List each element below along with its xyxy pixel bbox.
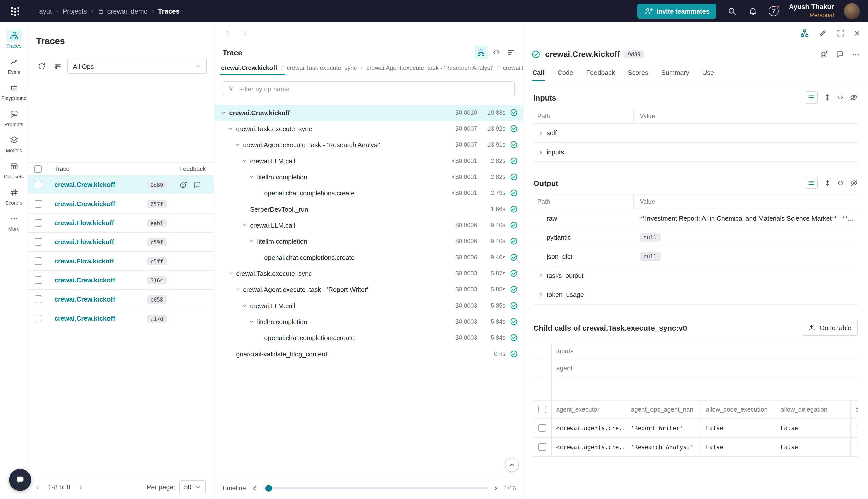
- previous-trace-icon[interactable]: ↑: [222, 29, 233, 38]
- breadcrumb-project[interactable]: crewai_demo: [97, 7, 148, 15]
- call-tree-row[interactable]: guardrail-validate_blog_content 0ms: [214, 346, 523, 362]
- sidebar-item-prompts[interactable]: Prompts: [0, 105, 28, 131]
- trace-link[interactable]: crewai.Crew.kickoff: [54, 181, 143, 188]
- breadcrumb-entity[interactable]: ayut: [39, 7, 52, 15]
- sidebar-item-playground[interactable]: Playground: [0, 78, 28, 105]
- timeline-prev-icon[interactable]: [251, 485, 258, 492]
- trace-row[interactable]: crewai.Crew.kickoff 316c: [28, 271, 214, 290]
- user-block[interactable]: Ayush Thakur Personal: [789, 3, 834, 19]
- trace-row[interactable]: crewai.Crew.kickoff e058: [28, 290, 214, 309]
- call-detail-tab[interactable]: Code: [558, 64, 573, 81]
- feedback-reaction-icon[interactable]: [179, 181, 187, 189]
- add-note-icon[interactable]: [836, 50, 844, 58]
- trace-link[interactable]: crewai.Crew.kickoff: [54, 276, 143, 284]
- row-checkbox[interactable]: [34, 315, 42, 322]
- feedback-comment-icon[interactable]: [194, 181, 201, 189]
- child-call-row[interactable]: <crewai.agents.cre... 'Research Analyst'…: [533, 438, 858, 457]
- row-checkbox[interactable]: [34, 219, 42, 227]
- row-checkbox[interactable]: [34, 181, 42, 188]
- feedback-column-header[interactable]: Feedback: [174, 163, 214, 175]
- invite-teammates-button[interactable]: Invite teammates: [637, 3, 717, 19]
- output-row[interactable]: token_usage: [533, 285, 858, 305]
- row-checkbox[interactable]: [538, 424, 546, 432]
- trace-link[interactable]: crewai.Crew.kickoff: [54, 295, 143, 303]
- row-checkbox[interactable]: [34, 257, 42, 265]
- trace-row[interactable]: crewai.Crew.kickoff a17d: [28, 309, 214, 328]
- chevron-right-icon[interactable]: [536, 148, 546, 156]
- call-tree-row[interactable]: crewai.Crew.kickoff $0.0010 19.83s: [214, 105, 523, 121]
- call-tree-row[interactable]: litellm.completion <$0.0001 2.82s: [214, 169, 523, 185]
- collapse-timeline-button[interactable]: [505, 458, 519, 472]
- trace-column-header[interactable]: Trace: [48, 165, 174, 172]
- chevron-down-icon[interactable]: [248, 237, 256, 245]
- call-tree-row[interactable]: openai.chat.completions.create $0.0003 5…: [214, 330, 523, 346]
- previous-page-icon[interactable]: ‹: [36, 483, 39, 491]
- trace-path-tab[interactable]: crewai.Task.execute_sync /: [285, 60, 365, 75]
- trace-link[interactable]: crewai.Crew.kickoff: [54, 315, 143, 322]
- next-trace-icon[interactable]: ↓: [239, 29, 251, 38]
- wandb-logo[interactable]: [8, 4, 22, 18]
- row-checkbox[interactable]: [34, 200, 42, 208]
- column-header[interactable]: agent_executor: [551, 401, 627, 418]
- support-chat-button[interactable]: [9, 469, 31, 491]
- trace-row[interactable]: crewai.Flow.kickoff c59f: [28, 233, 214, 252]
- sidebar-item-models[interactable]: Models: [0, 131, 28, 157]
- trace-path-tab[interactable]: crewai.Agent.execute_task - 'Research An…: [365, 60, 501, 75]
- chevron-down-icon[interactable]: [226, 269, 235, 277]
- row-checkbox[interactable]: [34, 295, 42, 303]
- add-reaction-icon[interactable]: [820, 50, 828, 58]
- call-tree-row[interactable]: crewai.Agent.execute_task - 'Research An…: [214, 137, 523, 153]
- search-icon[interactable]: [727, 5, 737, 16]
- user-avatar[interactable]: [844, 3, 860, 19]
- timeline-slider[interactable]: [263, 487, 487, 489]
- breadcrumb-current-page[interactable]: Traces: [158, 7, 179, 15]
- trace-row[interactable]: crewai.Flow.kickoff eab1: [28, 214, 214, 233]
- help-icon[interactable]: ?: [769, 6, 779, 16]
- overflow-menu-icon[interactable]: ⋯: [852, 49, 860, 59]
- output-row[interactable]: json_dict null: [533, 247, 858, 266]
- next-page-icon[interactable]: ›: [79, 483, 82, 491]
- sidebar-item-datasets[interactable]: Datasets: [0, 157, 28, 183]
- call-tree-row[interactable]: openai.chat.completions.create $0.0006 9…: [214, 249, 523, 265]
- timeline-slider-handle[interactable]: [265, 485, 272, 491]
- sidebar-item-evals[interactable]: Evals: [0, 52, 28, 78]
- row-checkbox[interactable]: [538, 443, 546, 451]
- call-tree-row[interactable]: crewai.LLM.call $0.0006 9.40s: [214, 217, 523, 233]
- timeline-next-icon[interactable]: [492, 485, 499, 492]
- chevron-down-icon[interactable]: [248, 318, 256, 326]
- trace-link[interactable]: crewai.Crew.kickoff: [54, 200, 143, 208]
- chevron-right-icon[interactable]: [536, 272, 546, 280]
- row-checkbox[interactable]: [34, 238, 42, 246]
- chevron-down-icon[interactable]: [226, 125, 235, 133]
- output-row[interactable]: tasks_output: [533, 266, 858, 285]
- refresh-icon[interactable]: [35, 60, 48, 73]
- op-name-filter-input[interactable]: [238, 85, 510, 93]
- code-view-icon[interactable]: [490, 46, 503, 59]
- child-call-row[interactable]: <crewai.agents.cre... 'Report Writer' Fa…: [533, 418, 858, 438]
- trace-path-tab[interactable]: crewai.LLM.cal /: [501, 60, 523, 75]
- call-tree-row[interactable]: crewai.Task.execute_sync $0.0007 13.92s: [214, 121, 523, 137]
- inputs-list-view-icon[interactable]: [805, 92, 818, 104]
- inputs-row[interactable]: inputs: [533, 143, 858, 162]
- call-detail-tab[interactable]: Summary: [661, 64, 689, 81]
- output-expand-rows-icon[interactable]: [824, 179, 831, 186]
- fullscreen-icon[interactable]: [836, 29, 845, 38]
- chevron-down-icon[interactable]: [234, 285, 241, 293]
- inputs-expand-rows-icon[interactable]: [824, 94, 831, 101]
- chevron-right-icon[interactable]: [536, 291, 546, 299]
- close-icon[interactable]: ×: [854, 28, 860, 38]
- output-row[interactable]: pydantic null: [533, 228, 858, 247]
- chevron-down-icon[interactable]: [248, 173, 256, 181]
- column-header[interactable]: b: [851, 401, 858, 418]
- chevron-down-icon[interactable]: [220, 109, 227, 117]
- column-header[interactable]: allow_delegation: [776, 401, 851, 418]
- trace-link[interactable]: crewai.Flow.kickoff: [54, 219, 143, 227]
- trace-row[interactable]: crewai.Crew.kickoff 9d89: [28, 175, 214, 194]
- sidebar-item-more[interactable]: More: [0, 209, 28, 235]
- select-all-checkbox[interactable]: [538, 405, 546, 413]
- per-page-select[interactable]: 50: [179, 480, 206, 494]
- sidebar-item-scorers[interactable]: Scorers: [0, 183, 28, 209]
- chevron-down-icon[interactable]: [240, 221, 249, 229]
- inputs-hide-icon[interactable]: [850, 94, 858, 101]
- chevron-down-icon[interactable]: [240, 157, 249, 165]
